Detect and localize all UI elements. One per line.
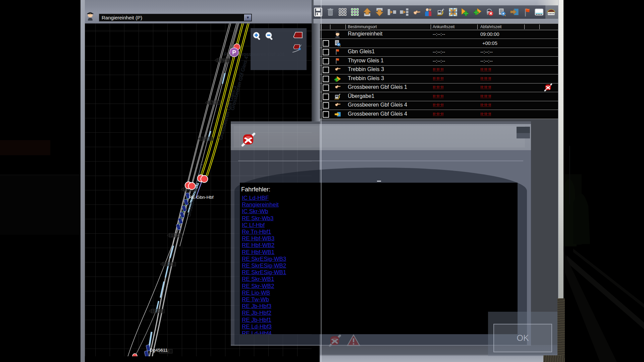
svg-text:1766: 1766 [219, 58, 227, 62]
svg-text:1790: 1790 [202, 137, 210, 141]
svg-text:1788: 1788 [209, 101, 217, 105]
svg-text:RE Gbn-Hbf: RE Gbn-Hbf [189, 195, 214, 200]
svg-text:1796: 1796 [164, 262, 172, 266]
svg-text:1798: 1798 [153, 309, 161, 313]
svg-text:1794: 1794 [171, 233, 179, 237]
svg-text:Dg45611: Dg45611 [150, 348, 168, 353]
